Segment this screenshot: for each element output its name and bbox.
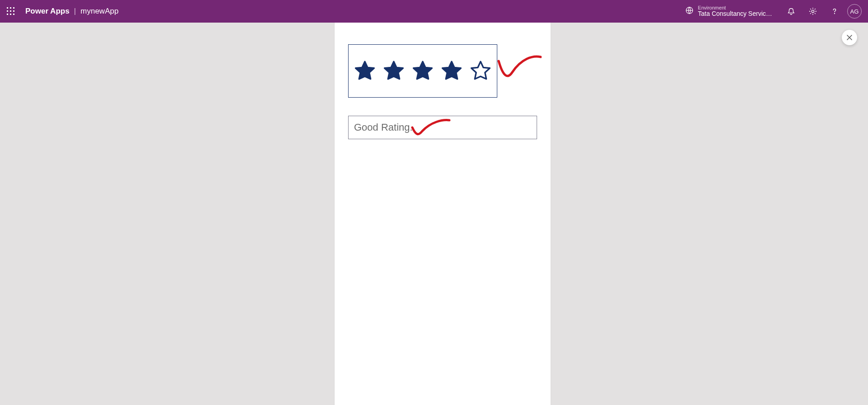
star-1-icon[interactable] bbox=[354, 60, 376, 82]
svg-rect-8 bbox=[13, 14, 14, 15]
svg-point-11 bbox=[835, 14, 835, 14]
annotation-check-1 bbox=[496, 54, 542, 81]
environment-picker[interactable]: Environment Tata Consultancy Servic… bbox=[685, 5, 772, 17]
svg-rect-5 bbox=[13, 10, 14, 12]
svg-rect-7 bbox=[10, 14, 11, 15]
title-divider: | bbox=[74, 7, 76, 16]
svg-rect-6 bbox=[7, 14, 8, 15]
close-preview-button[interactable] bbox=[842, 30, 857, 45]
star-3-icon[interactable] bbox=[411, 60, 434, 82]
app-name: mynewApp bbox=[80, 7, 118, 16]
titlebar: Power Apps | mynewApp Environment Tata C… bbox=[0, 0, 868, 23]
svg-rect-4 bbox=[10, 10, 11, 12]
rating-text-input[interactable]: Good Rating. bbox=[348, 116, 537, 139]
globe-icon bbox=[685, 6, 693, 16]
svg-rect-1 bbox=[10, 7, 11, 9]
app-canvas: Good Rating. bbox=[335, 23, 551, 405]
star-5-icon[interactable] bbox=[469, 60, 492, 82]
svg-point-10 bbox=[811, 10, 814, 12]
environment-label: Environment bbox=[698, 5, 772, 10]
avatar-initials: AG bbox=[850, 8, 859, 15]
help-button[interactable] bbox=[824, 0, 845, 23]
star-4-icon[interactable] bbox=[440, 60, 463, 82]
svg-rect-2 bbox=[13, 7, 14, 9]
close-icon bbox=[846, 34, 853, 41]
titlebar-right: Environment Tata Consultancy Servic… bbox=[685, 0, 868, 23]
environment-name: Tata Consultancy Servic… bbox=[698, 10, 772, 17]
product-name: Power Apps bbox=[25, 7, 70, 16]
notifications-button[interactable] bbox=[780, 0, 802, 23]
svg-rect-0 bbox=[7, 7, 8, 9]
rating-text-value: Good Rating. bbox=[354, 122, 413, 133]
bell-icon bbox=[787, 7, 795, 15]
waffle-icon bbox=[7, 7, 15, 15]
svg-rect-3 bbox=[7, 10, 8, 12]
account-avatar[interactable]: AG bbox=[847, 4, 862, 19]
settings-button[interactable] bbox=[802, 0, 824, 23]
gear-icon bbox=[809, 7, 817, 15]
rating-control[interactable] bbox=[348, 44, 497, 98]
star-2-icon[interactable] bbox=[382, 60, 405, 82]
app-launcher-button[interactable] bbox=[0, 0, 22, 23]
help-icon bbox=[830, 7, 839, 15]
